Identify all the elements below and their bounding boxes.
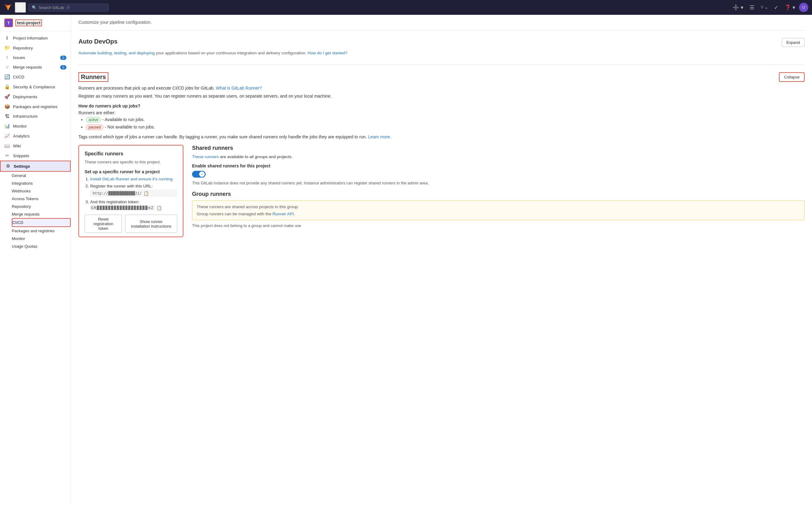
sidebar-item-repository[interactable]: 📁 Repository bbox=[0, 43, 71, 53]
search-bar[interactable]: 🔍 Search GitLab / bbox=[28, 4, 109, 11]
monitor-icon: 📊 bbox=[4, 123, 10, 129]
sidebar-item-project-information[interactable]: ℹ Project information bbox=[0, 33, 71, 43]
navbar: ☰ 🔍 Search GitLab / ➕ ▾ ☰ ⑂ ▾ ✓ ❓ ▾ U bbox=[0, 0, 812, 15]
main-layout: T test-project ℹ Project information 📁 R… bbox=[0, 15, 812, 505]
how-runners-title: How do runners pick up jobs? bbox=[78, 104, 805, 109]
sidebar-item-settings[interactable]: ⚙ Settings bbox=[0, 161, 71, 172]
sidebar-item-label: Deployments bbox=[13, 95, 37, 99]
sidebar-subitem-monitor[interactable]: Monitor bbox=[12, 235, 71, 242]
sidebar-item-monitor[interactable]: 📊 Monitor bbox=[0, 121, 71, 131]
project-header: T test-project bbox=[0, 15, 71, 31]
group-runners-title: Group runners bbox=[192, 191, 805, 197]
repository-icon: 📁 bbox=[4, 45, 10, 51]
sidebar-subitem-cicd[interactable]: CI/CD bbox=[12, 218, 71, 227]
token-label: And this registration token: bbox=[90, 199, 177, 204]
sidebar-item-infrastructure[interactable]: 🏗 Infrastructure bbox=[0, 112, 71, 121]
collapse-button[interactable]: Collapse bbox=[779, 72, 805, 82]
expand-button[interactable]: Expand bbox=[782, 38, 805, 47]
runner-active-item: active - Available to run jobs. bbox=[86, 117, 805, 123]
sidebar-subitem-repository[interactable]: Repository bbox=[12, 203, 71, 210]
copy-token-icon[interactable]: 📋 bbox=[157, 205, 162, 210]
intro-text: Customize your pipeline configuration. bbox=[78, 15, 805, 25]
enable-shared-label: Enable shared runners for this project bbox=[192, 163, 805, 168]
shared-group-runners-panel: Shared runners These runners are availab… bbox=[192, 145, 805, 237]
group-box-line1: These runners are shared across projects… bbox=[197, 204, 800, 209]
sidebar-item-label: Issues bbox=[13, 55, 25, 60]
these-runners-link[interactable]: These runners bbox=[192, 154, 219, 159]
sidebar-subitem-webhooks[interactable]: Webhooks bbox=[12, 187, 71, 195]
project-avatar: T bbox=[4, 18, 13, 27]
auto-devops-desc: Automate building, testing, and deployin… bbox=[78, 51, 805, 55]
project-name[interactable]: test-project bbox=[15, 19, 42, 26]
cicd-icon: 🔄 bbox=[4, 74, 10, 80]
sidebar-subitem-general[interactable]: General bbox=[12, 172, 71, 179]
copy-url-icon[interactable]: 📋 bbox=[144, 191, 149, 196]
sidebar-item-label: Monitor bbox=[13, 124, 27, 129]
sidebar-item-analytics[interactable]: 📈 Analytics bbox=[0, 131, 71, 141]
setup-step3: And this registration token: GR▓▓▓▓▓▓▓▓▓… bbox=[90, 199, 177, 210]
settings-subnav: General Integrations Webhooks Access Tok… bbox=[0, 172, 71, 250]
sidebar-item-label: Analytics bbox=[13, 134, 30, 138]
setup-step2: Register the runner with this URL: http:… bbox=[90, 184, 177, 197]
sidebar-item-label: Infrastructure bbox=[13, 114, 38, 119]
runners-title: Runners bbox=[78, 72, 109, 82]
issues-icon: ! bbox=[4, 55, 10, 60]
main-content: Customize your pipeline configuration. A… bbox=[71, 15, 812, 505]
sidebar-subitem-merge-requests[interactable]: Merge requests bbox=[12, 210, 71, 218]
what-is-runner-link[interactable]: What is GitLab Runner? bbox=[216, 86, 262, 91]
url-label: Register the runner with this URL: bbox=[90, 184, 177, 188]
install-runner-link[interactable]: Install GitLab Runner and ensure it's ru… bbox=[90, 177, 174, 181]
sidebar-subitem-access-tokens[interactable]: Access Tokens bbox=[12, 195, 71, 203]
reset-token-button[interactable]: Reset registration token bbox=[84, 215, 122, 233]
sidebar-item-label: Packages and registries bbox=[13, 105, 57, 109]
runners-header: Runners Collapse bbox=[78, 72, 805, 82]
sidebar-item-issues[interactable]: ! Issues 0 bbox=[0, 53, 71, 62]
sidebar-subitem-label: Usage Quotas bbox=[12, 244, 37, 248]
get-started-link[interactable]: How do I get started? bbox=[308, 51, 347, 55]
user-avatar[interactable]: U bbox=[799, 3, 808, 12]
show-installation-button[interactable]: Show runner installation instructions bbox=[125, 215, 177, 233]
sidebar-item-wiki[interactable]: 📖 Wiki bbox=[0, 141, 71, 151]
specific-runners-title: Specific runners bbox=[84, 151, 177, 157]
sidebar-item-label: Project information bbox=[13, 36, 48, 40]
settings-icon: ⚙ bbox=[5, 163, 10, 169]
sidebar: T test-project ℹ Project information 📁 R… bbox=[0, 15, 71, 505]
group-box-line2: Group runners can be managed with the Ru… bbox=[197, 211, 800, 216]
sidebar-subitem-label: Monitor bbox=[12, 236, 25, 241]
todos-icon[interactable]: ☰ bbox=[747, 2, 757, 13]
sidebar-subitem-integrations[interactable]: Integrations bbox=[12, 179, 71, 187]
sidebar-subitem-usage-quotas[interactable]: Usage Quotas bbox=[12, 242, 71, 250]
auto-devops-header: Auto DevOps Expand bbox=[78, 38, 805, 47]
setup-title: Set up a specific runner for a project bbox=[84, 169, 177, 174]
sidebar-item-label: Snippets bbox=[13, 154, 29, 158]
automate-link[interactable]: Automate building, testing, and deployin… bbox=[78, 51, 155, 55]
merge-requests-nav-icon[interactable]: ⑂ ▾ bbox=[758, 2, 771, 12]
url-value: http://▓▓▓▓▓▓▓▓▓▓▓▓21/ bbox=[92, 191, 142, 195]
sidebar-item-snippets[interactable]: ✂ Snippets bbox=[0, 151, 71, 161]
issues-nav-icon[interactable]: ✓ bbox=[772, 2, 781, 13]
tags-sentence: Tags control which type of jobs a runner… bbox=[78, 134, 805, 139]
sidebar-item-cicd[interactable]: 🔄 CI/CD bbox=[0, 72, 71, 82]
sidebar-item-label: Settings bbox=[14, 164, 30, 169]
hamburger-button[interactable]: ☰ bbox=[15, 2, 26, 13]
learn-more-link[interactable]: Learn more. bbox=[368, 134, 391, 139]
sidebar-item-merge-requests[interactable]: ⑂ Merge requests 0 bbox=[0, 62, 71, 72]
runner-api-link[interactable]: Runner API bbox=[272, 211, 293, 216]
runners-either: Runners are either: bbox=[78, 110, 805, 115]
sidebar-item-deployments[interactable]: 🚀 Deployments bbox=[0, 92, 71, 102]
create-icon[interactable]: ➕ ▾ bbox=[730, 2, 746, 13]
infrastructure-icon: 🏗 bbox=[4, 114, 10, 119]
sidebar-item-security[interactable]: 🔒 Security & Compliance bbox=[0, 82, 71, 92]
sidebar-subitem-label: CI/CD bbox=[12, 220, 23, 225]
info-icon: ℹ bbox=[4, 35, 10, 41]
issues-badge: 0 bbox=[60, 55, 66, 60]
enable-shared-toggle[interactable]: ✓ bbox=[192, 171, 206, 178]
sidebar-item-label: Wiki bbox=[13, 144, 21, 148]
sidebar-item-label: CI/CD bbox=[13, 75, 24, 79]
sidebar-subitem-packages-registries[interactable]: Packages and registries bbox=[12, 227, 71, 235]
sidebar-item-label: Security & Compliance bbox=[13, 85, 55, 89]
analytics-icon: 📈 bbox=[4, 133, 10, 139]
sidebar-item-packages[interactable]: 📦 Packages and registries bbox=[0, 102, 71, 112]
help-icon[interactable]: ❓ ▾ bbox=[782, 2, 798, 13]
url-code-row: http://▓▓▓▓▓▓▓▓▓▓▓▓21/ 📋 bbox=[90, 190, 177, 197]
